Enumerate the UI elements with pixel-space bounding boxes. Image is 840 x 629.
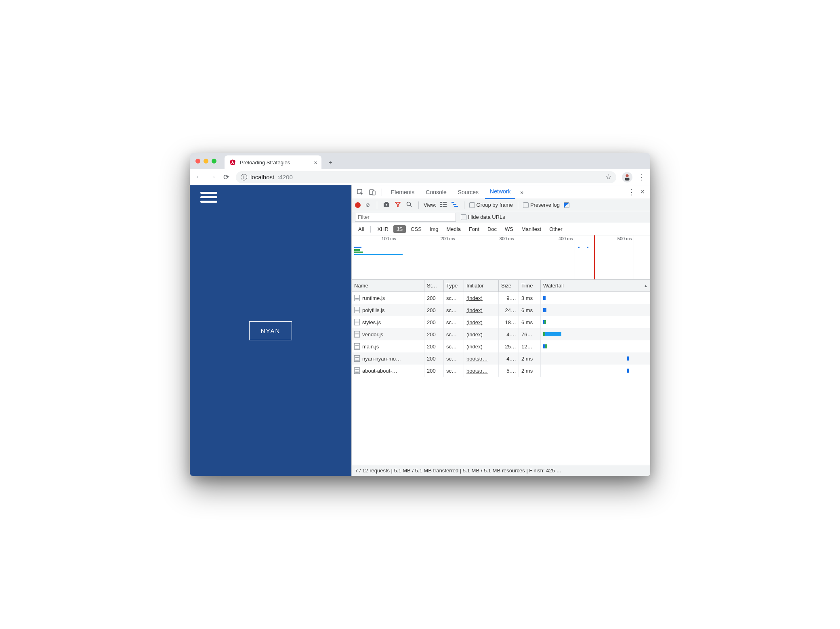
request-size: 18… (499, 316, 519, 328)
request-waterfall (541, 292, 650, 304)
request-size: 5.… (499, 365, 519, 377)
devtools-menu-button[interactable]: ⋮ (628, 188, 635, 197)
type-filter-doc[interactable]: Doc (484, 225, 500, 233)
minimize-window-button[interactable] (204, 159, 208, 164)
devtools-tab-elements[interactable]: Elements (386, 185, 419, 199)
type-filter-font[interactable]: Font (466, 225, 483, 233)
request-size: 25… (499, 340, 519, 352)
overview-tick: 400 ms (559, 236, 575, 241)
search-icon[interactable] (405, 201, 414, 208)
request-initiator[interactable]: bootstr… (464, 352, 499, 365)
col-name[interactable]: Name (352, 280, 424, 291)
filter-input[interactable] (355, 213, 456, 222)
devtools-tab-bar: ElementsConsoleSourcesNetwork » ⋮ × (352, 185, 650, 199)
back-button[interactable]: ← (195, 173, 203, 181)
request-initiator[interactable]: (index) (464, 328, 499, 340)
file-icon (354, 331, 360, 338)
type-filter-css[interactable]: CSS (407, 225, 425, 233)
request-name: nyan-nyan-mo… (362, 356, 401, 362)
svg-rect-12 (440, 202, 442, 203)
type-filter-other[interactable]: Other (546, 225, 566, 233)
type-filter-all[interactable]: All (355, 225, 367, 233)
clear-icon[interactable]: ⊘ (363, 202, 372, 208)
svg-rect-17 (443, 206, 447, 207)
reload-button[interactable]: ⟳ (222, 173, 230, 182)
hamburger-menu-button[interactable] (200, 192, 217, 203)
type-filter-js[interactable]: JS (393, 225, 406, 233)
devtools-tab-console[interactable]: Console (421, 185, 451, 199)
request-initiator[interactable]: (index) (464, 340, 499, 352)
request-row[interactable]: vendor.js200sc…(index)4.…76… (352, 328, 650, 340)
screenshot-icon[interactable] (382, 202, 391, 208)
network-overview[interactable]: 100 ms200 ms300 ms400 ms500 ms (352, 235, 650, 280)
url-port: :4200 (277, 174, 293, 180)
type-filter-ws[interactable]: WS (502, 225, 517, 233)
request-type: sc… (444, 352, 464, 365)
request-status: 200 (424, 352, 444, 365)
record-button[interactable] (355, 202, 361, 208)
col-type[interactable]: Type (444, 280, 464, 291)
request-waterfall (541, 365, 650, 377)
more-tabs-button[interactable]: » (517, 189, 527, 195)
col-initiator[interactable]: Initiator (464, 280, 499, 291)
request-row[interactable]: polyfills.js200sc…(index)24…6 ms (352, 304, 650, 316)
request-status: 200 (424, 340, 444, 352)
svg-rect-3 (625, 177, 630, 180)
request-row[interactable]: nyan-nyan-mo…200sc…bootstr…4.…2 ms (352, 352, 650, 365)
request-name: styles.js (362, 319, 381, 325)
inspect-element-icon[interactable] (355, 187, 365, 197)
device-toolbar-icon[interactable] (367, 187, 378, 197)
new-tab-button[interactable]: + (325, 157, 336, 168)
type-filter-media[interactable]: Media (443, 225, 464, 233)
request-waterfall (541, 340, 650, 352)
request-initiator[interactable]: (index) (464, 304, 499, 316)
disable-cache-checkbox[interactable] (564, 202, 571, 208)
maximize-window-button[interactable] (212, 159, 216, 164)
col-size[interactable]: Size (499, 280, 519, 291)
preserve-log-checkbox[interactable]: Preserve log (523, 202, 560, 208)
angular-icon (229, 159, 236, 166)
network-type-filter: AllXHRJSCSSImgMediaFontDocWSManifestOthe… (352, 223, 650, 235)
request-time: 6 ms (519, 316, 541, 328)
hide-data-urls-checkbox[interactable]: Hide data URLs (461, 214, 505, 220)
close-window-button[interactable] (195, 159, 200, 164)
group-by-frame-checkbox[interactable]: Group by frame (469, 202, 513, 208)
omnibox[interactable]: i localhost:4200 ☆ (236, 171, 616, 183)
type-filter-manifest[interactable]: Manifest (518, 225, 544, 233)
col-waterfall[interactable]: Waterfall▲ (541, 280, 650, 291)
devtools-close-button[interactable]: × (638, 188, 647, 196)
request-row[interactable]: about-about-…200sc…bootstr…5.…2 ms (352, 365, 650, 377)
request-time: 2 ms (519, 352, 541, 365)
site-info-icon[interactable]: i (241, 174, 247, 180)
forward-button[interactable]: → (208, 173, 216, 181)
waterfall-view-icon[interactable] (450, 202, 459, 208)
browser-tab[interactable]: Preloading Strategies × (225, 155, 321, 169)
svg-rect-16 (440, 206, 442, 207)
col-time[interactable]: Time (519, 280, 541, 291)
view-label: View: (424, 202, 437, 208)
profile-avatar[interactable] (622, 172, 632, 182)
request-initiator[interactable]: bootstr… (464, 365, 499, 377)
bookmark-icon[interactable]: ☆ (605, 173, 611, 181)
devtools-tab-sources[interactable]: Sources (453, 185, 483, 199)
type-filter-xhr[interactable]: XHR (374, 225, 391, 233)
request-row[interactable]: styles.js200sc…(index)18…6 ms (352, 316, 650, 328)
browser-menu-button[interactable]: ⋮ (638, 173, 645, 182)
request-row[interactable]: runtime.js200sc…(index)9.…3 ms (352, 292, 650, 304)
svg-point-2 (626, 174, 628, 177)
nyan-button[interactable]: NYAN (249, 321, 292, 340)
network-table-header: Name St… Type Initiator Size Time Waterf… (352, 280, 650, 292)
request-initiator[interactable]: (index) (464, 292, 499, 304)
request-initiator[interactable]: (index) (464, 316, 499, 328)
request-name: about-about-… (362, 368, 397, 374)
url-host: localhost (250, 174, 274, 180)
request-status: 200 (424, 292, 444, 304)
close-tab-button[interactable]: × (314, 159, 317, 166)
request-row[interactable]: main.js200sc…(index)25…12… (352, 340, 650, 352)
filter-icon[interactable] (393, 201, 402, 208)
large-rows-icon[interactable] (439, 202, 448, 208)
type-filter-img[interactable]: Img (426, 225, 442, 233)
col-status[interactable]: St… (424, 280, 444, 291)
request-type: sc… (444, 292, 464, 304)
devtools-tab-network[interactable]: Network (485, 185, 515, 199)
